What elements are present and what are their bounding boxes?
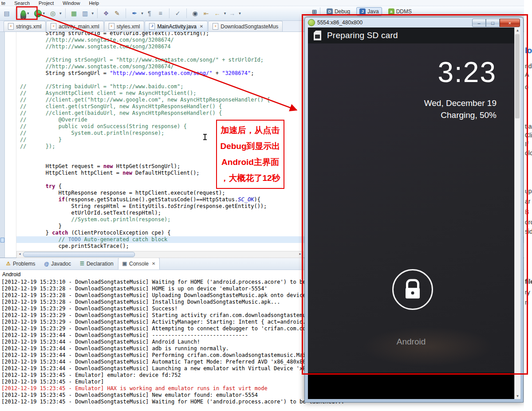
menu-item[interactable]: te [1,0,5,6]
console-icon: ▣ [122,261,127,266]
search-icon[interactable]: ◉ [190,8,200,19]
tab-label: strings.xml [16,23,41,30]
minimize-button[interactable]: – [472,19,486,27]
tab-label: Problems [13,261,35,267]
close-icon[interactable]: ✕ [152,261,155,266]
editor-tab-downloadsongtastemus[interactable]: xDownloadSongtasteMus [208,21,283,31]
page-fragment: If [525,141,528,148]
new-wizard-icon[interactable]: ▤ [2,8,12,19]
dropdown-icon[interactable]: ▾ [27,11,29,16]
page-fragment: o [525,83,528,90]
pixel-perfect-icon[interactable]: ✎ [112,8,122,19]
run-button[interactable]: ▶▾ [32,9,47,18]
perspective-ddms[interactable]: a DDMS [385,7,415,16]
nav-bar-area [308,373,514,399]
page-fragment: file [525,278,532,285]
scrollbar-thumb[interactable] [23,252,135,257]
bottom-tab-declaration[interactable]: ☰Declaration [75,258,118,270]
tab-label: activity_main.xml [59,23,99,30]
bottom-tab-problems[interactable]: ⚠Problems [2,258,40,270]
page-fragment: lo [525,46,532,55]
tab-label: DownloadSongtasteMus [221,23,278,30]
annotation-marker-icon[interactable] [0,238,4,243]
menu-item[interactable]: Help [89,0,99,6]
lock-screen-date: Wed, December 19 [424,98,497,108]
tab-label: styles.xml [117,23,140,30]
new-java-class-icon[interactable]: ✒ [130,8,139,19]
debug-button[interactable]: ▾ [19,9,31,17]
scroll-up-icon[interactable]: ▲ [515,28,520,32]
page-fragment: sid [525,228,532,235]
android-status-bar[interactable]: Preparing SD card [308,27,514,43]
open-perspective-icon[interactable]: ⊞ [312,8,317,15]
emulator-screen[interactable]: Preparing SD card 3:23 Wed, December 19 … [308,27,514,399]
android-brand-label: Android [308,337,514,347]
emulator-window[interactable]: 5554:x86_480x800 – □ × Preparing SD card… [304,17,524,403]
perspective-debug[interactable]: D Debug [323,7,353,16]
unlock-ring[interactable] [392,269,433,310]
page-fragment: A [525,71,529,78]
page-fragment: dro [525,219,532,226]
last-edit-location-icon[interactable]: ⇤ [201,8,211,19]
menu-bar: teSearchProjectWindowHelp [0,0,532,6]
lock-screen-clock: 3:23 [437,56,497,89]
editor-ruler[interactable] [4,32,16,258]
tab-label: Console [129,261,149,267]
close-icon[interactable]: ✕ [200,24,203,29]
fast-view-bar [0,21,5,258]
editor-tab-styles-xml[interactable]: xstyles.xml [104,21,145,31]
scroll-right-icon[interactable]: ▸ [297,251,303,257]
mark-occurrences-icon[interactable]: ✓ [173,8,183,19]
dropdown-icon[interactable]: ▾ [224,11,226,16]
javadoc-icon: @ [44,261,49,266]
back-icon[interactable]: ← [213,8,222,19]
xml-file-icon: x [8,23,14,30]
bottom-tab-console[interactable]: ▣Console✕ [118,258,160,270]
bottom-tab-javadoc[interactable]: @Javadoc [40,258,75,270]
forward-icon[interactable]: → [227,8,237,19]
menu-item[interactable]: Project [39,0,54,6]
scroll-left-icon[interactable]: ◂ [17,251,23,257]
debug-perspective-icon: D [327,8,333,15]
page-fragment: up [525,188,532,195]
perspective-java[interactable]: J Java [356,7,382,16]
show-whitespace-icon[interactable]: ¶ [145,8,154,19]
maximize-button[interactable]: □ [486,19,500,27]
menu-item[interactable]: Search [14,0,30,6]
editor-tab-strings-xml[interactable]: xstrings.xml [4,21,46,31]
problems-icon: ⚠ [6,261,11,266]
scrollbar-thumb[interactable] [515,34,520,118]
emulator-scrollbar[interactable]: ▲ ▼ [514,27,520,399]
dropdown-icon[interactable]: ▾ [59,11,62,16]
java-perspective-icon: J [359,8,366,15]
page-fragment: ar [525,198,530,205]
format-icon[interactable]: ≡ [156,8,166,19]
xml-file-icon: x [213,23,218,30]
lock-screen-wallpaper[interactable]: 3:23 Wed, December 19 Charging, 50% Andr… [308,43,514,373]
perspective-debug-label: Debug [335,8,350,15]
tab-label: Javadoc [51,261,71,267]
perspective-switcher: ⊞ D Debug J Java a DDMS [312,7,415,16]
emulator-title: 5554:x86_480x800 [317,20,363,26]
external-tools-icon[interactable]: ◎ [48,8,58,19]
dropdown-icon[interactable]: ▾ [239,11,241,16]
toolbar-separator [186,8,187,18]
editor-tab-activity_main-xml[interactable]: xactivity_main.xml [46,21,103,31]
android-sdk-manager-icon[interactable]: ▦ [69,8,79,19]
scroll-down-icon[interactable]: ▼ [515,394,520,398]
perspective-ddms-label: DDMS [396,8,412,15]
dropdown-icon[interactable]: ▾ [43,11,45,16]
close-button[interactable]: × [500,19,520,27]
menu-item[interactable]: Window [63,0,80,6]
editor-horizontal-scrollbar[interactable]: ◂ ▸ [16,251,303,258]
dropdown-icon[interactable]: ▾ [141,11,143,16]
annotation-line: ，大概花了12秒 [220,170,280,186]
avd-manager-icon[interactable]: ▥ [80,8,90,19]
tab-label: Declaration [87,261,114,267]
opengl-trace-icon[interactable]: ❖ [101,8,111,19]
xml-file-icon: x [51,23,56,30]
play-icon: ▶ [34,10,42,17]
dropdown-icon[interactable]: ▾ [92,11,94,16]
editor-tab-mainactivity-java[interactable]: JMainActivity.java✕ [145,21,208,31]
toolbar-separator [126,8,126,18]
